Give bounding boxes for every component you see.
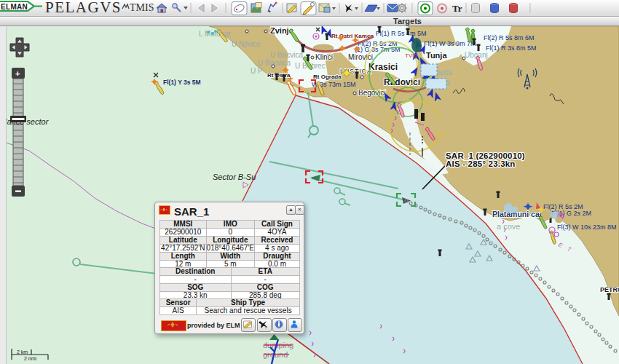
svg-text:+: +	[15, 69, 20, 78]
svg-text:PELAGVS: PELAGVS	[45, 0, 122, 16]
svg-text:a cove: a cove	[497, 222, 520, 231]
svg-text:Rt Ostra: Rt Ostra	[267, 72, 291, 79]
svg-text:Tunja: Tunja	[426, 51, 447, 60]
svg-text:U Bacvica: U Bacvica	[270, 51, 303, 59]
svg-text:TVD: TVD	[405, 52, 417, 59]
svg-text:Klinci: Klinci	[315, 53, 333, 61]
svg-text:Begovici: Begovici	[358, 89, 386, 97]
svg-text:2 km: 2 km	[17, 349, 28, 355]
svg-text:Tr: Tr	[452, 3, 462, 14]
svg-text:Fl(1) W 3s 9m 7M: Fl(1) W 3s 9m 7M	[424, 40, 476, 47]
svg-text:Fl(1) Y 3s 5M: Fl(1) Y 3s 5M	[163, 79, 201, 86]
svg-text:Rt Ograda: Rt Ograda	[313, 74, 342, 80]
svg-text:Krasici: Krasici	[368, 62, 398, 72]
svg-text:TMIS: TMIS	[130, 2, 154, 13]
svg-text:U P: U P	[251, 67, 263, 75]
svg-text:Sector B-Su: Sector B-Su	[213, 173, 256, 181]
svg-text:Fl(2) R 5s 8m 6M: Fl(2) R 5s 8m 6M	[484, 34, 535, 41]
svg-text:ELMAN: ELMAN	[1, 3, 28, 11]
svg-text:Fl(3) W 10s 23m 8M: Fl(3) W 10s 23m 8M	[557, 223, 617, 231]
svg-text:U Njivice: U Njivice	[232, 40, 261, 48]
svg-text:AIS - 285° 23.3kn: AIS - 285° 23.3kn	[446, 159, 516, 168]
svg-text:2 nmi: 2 nmi	[24, 356, 37, 361]
svg-text:PETRO: PETRO	[600, 286, 619, 293]
svg-text:lance sector: lance sector	[5, 117, 50, 126]
svg-text:Fl(1) R 3s 8m 5M: Fl(1) R 3s 8m 5M	[486, 44, 537, 52]
svg-text:Fl(1) R 5s 4m 5M: Fl(1) R 5s 4m 5M	[376, 30, 427, 37]
